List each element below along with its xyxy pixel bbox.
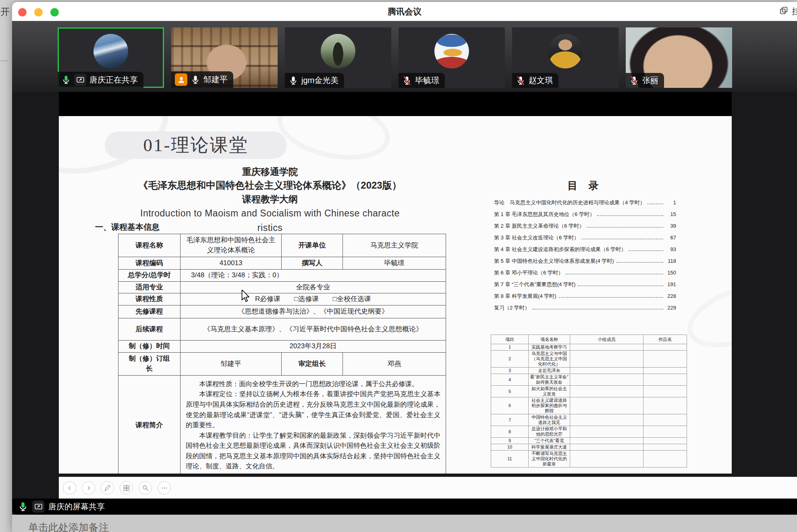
- course-field-label: 撰写人: [282, 257, 343, 270]
- slide-decor-swirl: [679, 274, 732, 360]
- microphone-active-icon[interactable]: [18, 501, 28, 512]
- toc-item: 复习（2 学时）229: [494, 304, 676, 316]
- toc-item-label: 第 3 章 社会主义改造理论（6 学时）: [494, 234, 579, 241]
- toc-item-label: 第 7 章 “三个代表”重要思想(4 学时): [494, 281, 575, 288]
- toc-item: 第 2 章 新民主主义革命理论（6 学时）39: [494, 222, 676, 234]
- project-row: 6社会主义建设道路初步探索的曲折与辉煌: [491, 397, 687, 414]
- section-title: 一、课程基本信息: [95, 222, 160, 233]
- presenter-search-button[interactable]: [139, 481, 152, 495]
- background-text-left: 开: [0, 6, 10, 18]
- minimize-button[interactable]: [34, 8, 43, 17]
- project-empty-cell: [570, 368, 643, 374]
- meeting-window: 腾讯会议 挂 唐庆正在共享 邹建平 jgm金光美 毕毓璟 赵文琪: [12, 2, 797, 532]
- project-empty-cell: [643, 426, 687, 438]
- presenter-more-button[interactable]: [158, 481, 171, 495]
- project-name: “三个代表”看党: [529, 438, 570, 444]
- course-table-row: 课程名称毛泽东思想和中国特色社会主义理论体系概论开课单位马克思主义学院: [118, 234, 446, 257]
- course-field-value: 邓燕: [343, 352, 446, 375]
- titlebar-right-icons: 挂: [779, 6, 797, 17]
- course-field-value: 马克思主义学院: [343, 234, 446, 257]
- participant-tile[interactable]: 张丽: [626, 27, 732, 88]
- course-field-label: 课程简介: [118, 375, 181, 474]
- project-row: 4看“新民主主义革命”如何换天改命: [491, 374, 687, 386]
- toc-page-number: 39: [666, 223, 676, 229]
- course-field-label: 课程名称: [118, 234, 181, 257]
- presenter-pen-button[interactable]: [101, 481, 114, 495]
- toc-dotted-leader: [578, 285, 663, 286]
- toc-item: 第 4 章 社会主义建设道路初步探索的理论成果（6 学时）93: [494, 246, 676, 258]
- project-empty-cell: [643, 414, 687, 426]
- project-empty-cell: [570, 374, 643, 386]
- notes-placeholder-text: 单击此处添加备注: [28, 521, 109, 532]
- project-number: 9: [491, 438, 529, 444]
- course-field-label: 总学分/总学时: [118, 270, 181, 282]
- course-table-row: 适用专业全院各专业: [118, 281, 446, 293]
- course-field-label: 审定组长: [282, 352, 343, 375]
- project-number: 5: [491, 386, 529, 397]
- notes-placeholder-area[interactable]: 单击此处添加备注: [12, 515, 797, 532]
- participant-label: 唐庆正在共享: [58, 72, 143, 88]
- course-info-table-wrap: 课程名称毛泽东思想和中国特色社会主义理论体系概论开课单位马克思主义学院课程编码4…: [118, 234, 446, 474]
- project-number: 11: [491, 451, 529, 468]
- toc-dotted-leader: [566, 274, 663, 274]
- course-table-row: 课程性质R必修课 □选修课 □全校任选课: [118, 293, 446, 305]
- project-row: 9“三个代表”看党: [491, 438, 687, 444]
- screen: 开 腾讯会议 挂 唐庆正在共享 邹建平 jgm金光美: [0, 0, 797, 532]
- course-table-row: 制（修）时间2023年3月28日: [118, 340, 446, 352]
- course-field-label: 开课单位: [282, 234, 343, 257]
- project-empty-cell: [643, 451, 687, 468]
- toc-item-label: 第 1 章 毛泽东思想及其历史地位（6 学时）: [494, 211, 595, 218]
- participant-tile[interactable]: 唐庆正在共享: [58, 27, 164, 88]
- project-col-header: 小组成员: [570, 335, 643, 344]
- slide-section-badge: 01-理论课堂: [105, 131, 287, 159]
- course-field-label: 适用专业: [118, 281, 181, 293]
- participant-label: 赵文琪: [512, 73, 558, 88]
- project-name: 社会主义建设道路初步探索的曲折与辉煌: [529, 397, 570, 414]
- fullscreen-button[interactable]: [50, 8, 59, 17]
- toc-dotted-leader: [597, 215, 663, 216]
- project-table-header: 项目 项名名称 小组成员 作品名: [491, 335, 687, 344]
- course-field-value: 《思想道德修养与法治》、《中国近现代史纲要》: [181, 305, 446, 318]
- presenter-prev-button[interactable]: [63, 481, 76, 495]
- shared-screen-letterbox: [59, 92, 732, 116]
- toc-item-label: 第 5 章 中国特色社会主义理论体系形成发展(4 学时): [494, 258, 614, 265]
- participant-name: 张丽: [642, 75, 658, 86]
- microphone-icon: [288, 76, 298, 85]
- close-button[interactable]: [18, 8, 27, 17]
- course-field-value: 毛泽东思想和中国特色社会主义理论体系概论: [181, 234, 282, 257]
- participant-tile[interactable]: 毕毓璟: [398, 27, 505, 88]
- presenter-grid-button[interactable]: [120, 481, 133, 495]
- project-empty-cell: [643, 368, 687, 374]
- project-empty-cell: [570, 426, 643, 438]
- course-field-value: 410013: [181, 257, 282, 270]
- toc-item-label: 第 8 章 科学发展观(4 学时): [494, 293, 556, 300]
- toc-dotted-leader: [532, 309, 663, 310]
- project-col-header: 项目: [491, 335, 529, 344]
- shared-screen-area: 01-理论课堂 重庆移通学院 《毛泽东思想和中国特色社会主义理论体系概论》（20…: [12, 92, 797, 499]
- presenter-next-button[interactable]: [82, 481, 95, 495]
- project-empty-cell: [570, 344, 643, 351]
- project-empty-cell: [570, 414, 643, 426]
- course-info-table: 课程名称毛泽东思想和中国特色社会主义理论体系概论开课单位马克思主义学院课程编码4…: [118, 234, 446, 474]
- project-name: 马克思主义与中国（马克思主义中国化时代化）: [529, 351, 570, 368]
- participant-tile[interactable]: jgm金光美: [285, 27, 391, 88]
- toc-page-number: 118: [666, 258, 676, 264]
- avatar: [93, 34, 128, 69]
- project-row: 10科学发展康庄大道: [491, 444, 687, 451]
- participant-strip: 唐庆正在共享 邹建平 jgm金光美 毕毓璟 赵文琪 张丽: [12, 21, 797, 92]
- course-table-row: 总学分/总学时3/48（理论：3/48；实践：0）: [118, 270, 446, 282]
- project-empty-cell: [643, 397, 687, 414]
- screen-share-label: 唐庆的屏幕共享: [48, 501, 105, 512]
- project-number: 7: [491, 414, 529, 426]
- participant-tile[interactable]: 赵文琪: [512, 27, 619, 88]
- toc-item-label: 导论 马克思主义中国化时代化的历史进程与理论成果（4 学时）: [494, 199, 645, 206]
- participant-name: jgm金光美: [301, 75, 338, 86]
- participant-label: 邹建平: [171, 71, 233, 88]
- course-table-row: 课程编码410013撰写人毕毓璟: [118, 257, 446, 270]
- course-field-label: 课程编码: [118, 257, 181, 270]
- course-field-label: 先修课程: [118, 305, 181, 318]
- participant-label: 张丽: [626, 73, 664, 88]
- window-title: 腾讯会议: [12, 2, 797, 21]
- toc-dotted-leader: [587, 227, 663, 228]
- participant-tile[interactable]: 邹建平: [171, 27, 278, 88]
